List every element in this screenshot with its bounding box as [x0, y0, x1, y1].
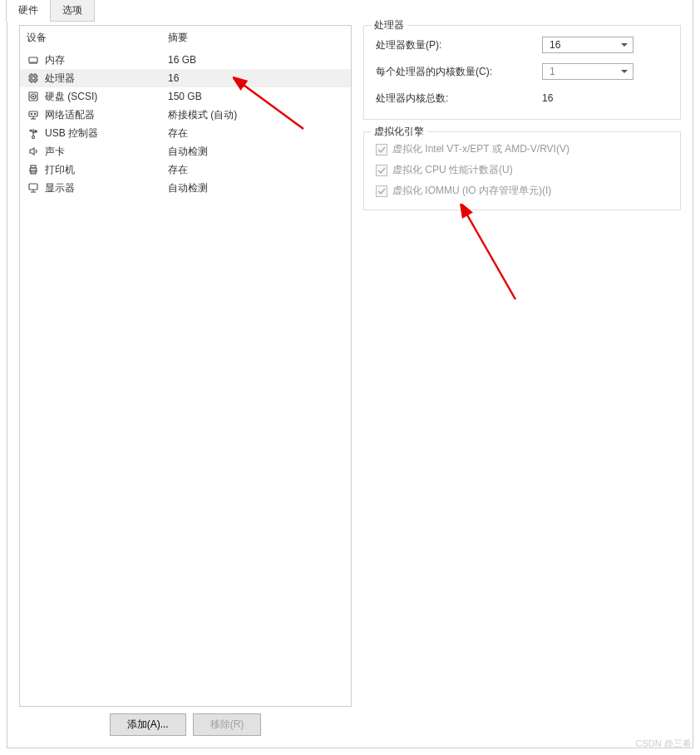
hw-summary: 桥接模式 (自动) — [168, 108, 344, 122]
hardware-panel: 设备 摘要 内存16 GB处理器16硬盘 (SCSI)150 GB网络适配器桥接… — [19, 25, 352, 736]
svg-rect-7 — [32, 76, 35, 80]
num-processors-select[interactable]: 16 — [542, 37, 633, 53]
hw-summary: 存在 — [168, 126, 344, 141]
cpu-icon — [27, 72, 40, 85]
num-processors-label: 处理器数量(P): — [376, 38, 542, 52]
remove-button[interactable]: 移除(R) — [193, 713, 262, 736]
hw-row-network[interactable]: 网络适配器桥接模式 (自动) — [20, 106, 351, 124]
svg-point-18 — [32, 96, 33, 96]
cpu-perf-label: 虚拟化 CPU 性能计数器(U) — [392, 163, 513, 177]
total-cores-label: 处理器内核总数: — [376, 91, 542, 106]
hardware-list: 设备 摘要 内存16 GB处理器16硬盘 (SCSI)150 GB网络适配器桥接… — [19, 25, 352, 707]
hw-row-display[interactable]: 显示器自动检测 — [20, 179, 351, 197]
hw-summary: 150 GB — [168, 91, 344, 102]
svg-rect-6 — [30, 75, 37, 81]
svg-rect-33 — [29, 184, 37, 190]
hw-device-label: 打印机 — [45, 163, 75, 177]
processor-group: 处理器 处理器数量(P): 16 每个处理器的内核数量(C): 1 处理器内核总… — [363, 25, 681, 120]
display-icon — [27, 181, 40, 195]
hw-device-label: 显示器 — [45, 181, 75, 195]
svg-point-23 — [34, 113, 35, 114]
network-icon — [27, 108, 40, 121]
svg-point-22 — [31, 113, 32, 114]
sound-icon — [27, 145, 40, 158]
vtx-label: 虚拟化 Intel VT-x/EPT 或 AMD-V/RVI(V) — [392, 142, 569, 156]
virtualization-group: 虚拟化引擎 虚拟化 Intel VT-x/EPT 或 AMD-V/RVI(V) … — [363, 131, 681, 210]
hardware-list-header: 设备 摘要 — [20, 26, 351, 51]
cores-per-label: 每个处理器的内核数量(C): — [376, 65, 542, 79]
hw-device-label: USB 控制器 — [45, 126, 98, 141]
svg-rect-29 — [35, 131, 37, 132]
hw-row-disk[interactable]: 硬盘 (SCSI)150 GB — [20, 87, 351, 106]
checkbox-cpu-perf[interactable] — [376, 165, 387, 176]
hw-device-label: 硬盘 (SCSI) — [45, 90, 97, 104]
iommu-label: 虚拟化 IOMMU (IO 内存管理单元)(I) — [392, 184, 551, 198]
hw-row-sound[interactable]: 声卡自动检测 — [20, 142, 351, 160]
usb-icon — [27, 126, 40, 140]
hw-summary: 自动检测 — [168, 145, 344, 159]
svg-rect-0 — [29, 57, 37, 62]
hw-summary: 自动检测 — [168, 181, 344, 195]
disk-icon — [27, 90, 40, 103]
memory-icon — [27, 53, 40, 67]
header-summary[interactable]: 摘要 — [168, 31, 188, 45]
hw-device-label: 处理器 — [45, 72, 75, 86]
printer-icon — [27, 163, 40, 176]
hw-row-printer[interactable]: 打印机存在 — [20, 160, 351, 179]
hw-summary: 16 — [168, 72, 344, 84]
hw-row-usb[interactable]: USB 控制器存在 — [20, 124, 351, 142]
svg-rect-31 — [31, 165, 36, 168]
settings-panel: 处理器 处理器数量(P): 16 每个处理器的内核数量(C): 1 处理器内核总… — [363, 25, 681, 736]
watermark: CSDN @三希 — [636, 738, 692, 750]
processor-group-title: 处理器 — [371, 18, 407, 32]
checkbox-vtx[interactable] — [376, 144, 387, 155]
hw-device-label: 声卡 — [45, 145, 65, 159]
hw-summary: 存在 — [168, 163, 344, 177]
hw-device-label: 网络适配器 — [45, 108, 95, 122]
hw-device-label: 内存 — [45, 53, 65, 67]
header-device[interactable]: 设备 — [27, 31, 168, 45]
hw-row-memory[interactable]: 内存16 GB — [20, 51, 351, 69]
tab-hardware[interactable]: 硬件 — [6, 0, 51, 22]
hw-summary: 16 GB — [168, 54, 344, 66]
cores-per-select[interactable]: 1 — [542, 63, 633, 80]
virtualization-group-title: 虚拟化引擎 — [371, 125, 427, 139]
add-button[interactable]: 添加(A)... — [110, 713, 186, 736]
hw-row-cpu[interactable]: 处理器16 — [20, 69, 351, 87]
total-cores-value: 16 — [542, 92, 668, 104]
checkbox-iommu[interactable] — [376, 185, 387, 197]
svg-point-28 — [30, 130, 32, 131]
svg-rect-19 — [29, 111, 37, 116]
